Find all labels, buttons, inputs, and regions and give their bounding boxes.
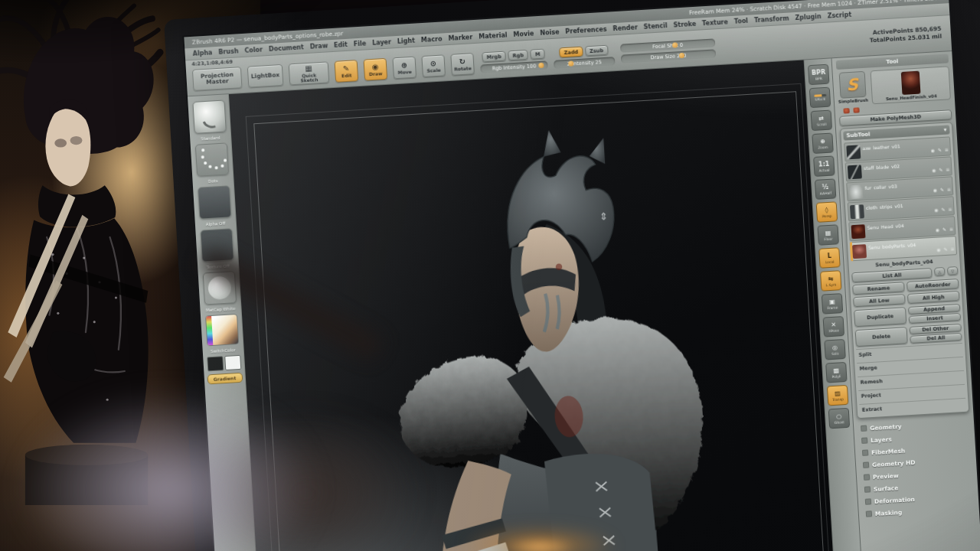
scale-mode-button[interactable]: ⊙ Scale	[421, 54, 446, 77]
all-low-button[interactable]: All Low	[853, 294, 906, 307]
zadd-button[interactable]: Zadd	[559, 47, 583, 58]
frame-button[interactable]: ▣ Frame	[822, 293, 843, 315]
tool-marker-icon[interactable]	[843, 108, 849, 113]
delete-button[interactable]: Delete	[855, 327, 908, 347]
floor-grid-button[interactable]: ▦ Floor	[817, 224, 838, 246]
menu-marker[interactable]: Marker	[448, 34, 472, 42]
menu-draw[interactable]: Draw	[310, 42, 328, 50]
simple-brush-thumbnail[interactable]: S	[838, 71, 866, 99]
menu-file[interactable]: File	[354, 40, 367, 47]
current-stroke-thumbnail[interactable]	[194, 142, 228, 176]
rotate-mode-button[interactable]: ↻ Rotate	[450, 53, 475, 76]
layers-icon[interactable]: ≡	[949, 227, 953, 231]
del-all-button[interactable]: Del All	[910, 333, 962, 344]
polypaint-brush-icon[interactable]: ✎	[941, 207, 945, 211]
layers-icon[interactable]: ≡	[946, 167, 949, 171]
polypaint-brush-icon[interactable]: ✎	[938, 148, 942, 152]
visibility-eye-icon[interactable]: ◉	[930, 148, 935, 152]
menu-stencil[interactable]: Stencil	[643, 22, 667, 31]
color-picker[interactable]	[205, 314, 239, 346]
subtool-up-button[interactable]: △	[934, 267, 946, 276]
menu-movie[interactable]: Movie	[513, 30, 534, 38]
lsym-button[interactable]: ⇆ L.Sym	[820, 270, 841, 292]
menu-document[interactable]: Document	[269, 44, 304, 53]
rename-button[interactable]: Rename	[852, 282, 905, 295]
current-tool-slot[interactable]: Senu_HeadFinish_v04	[871, 66, 951, 104]
palette-icon	[864, 486, 871, 492]
menu-noise[interactable]: Noise	[540, 28, 560, 36]
collapsed-palette-list: Geometry Layers FiberMesh Geometry HD Pr…	[858, 416, 975, 520]
menu-layer[interactable]: Layer	[372, 38, 391, 46]
current-brush-thumbnail[interactable]	[192, 100, 226, 134]
all-high-button[interactable]: All High	[907, 291, 960, 304]
menu-zscript[interactable]: Zscript	[827, 11, 851, 20]
aahalf-button[interactable]: ½ AAHalf	[815, 178, 836, 200]
local-symmetry-button[interactable]: L Local	[818, 247, 840, 269]
subtool-thumbnail	[850, 204, 864, 219]
visibility-eye-icon[interactable]: ◉	[936, 227, 940, 232]
polyframe-button[interactable]: ▩ PolyF	[825, 362, 847, 383]
menu-texture[interactable]: Texture	[702, 18, 728, 27]
projection-master-button[interactable]: Projection Master	[192, 67, 243, 91]
autoreorder-button[interactable]: AutoReorder	[906, 279, 959, 292]
solo-button[interactable]: ◎ Solo	[824, 339, 845, 360]
zoom-button[interactable]: ⊕ Zoom	[812, 132, 833, 154]
bpr-render-button[interactable]: BPR BPR	[808, 64, 829, 86]
hue-strip[interactable]	[206, 316, 213, 345]
polypaint-brush-icon[interactable]: ✎	[940, 187, 944, 191]
actual-size-button[interactable]: 1:1 Actual	[813, 155, 835, 177]
rs-label: Actual	[818, 168, 829, 172]
menu-render[interactable]: Render	[612, 24, 638, 32]
visibility-eye-icon[interactable]: ◉	[933, 187, 937, 192]
move-mode-button[interactable]: ⊕ Move	[392, 57, 416, 80]
menu-macro[interactable]: Macro	[421, 35, 443, 44]
ghost-button[interactable]: ○ Ghost	[828, 408, 850, 429]
draw-mode-button[interactable]: ◉ Draw	[364, 58, 388, 81]
visibility-eye-icon[interactable]: ◉	[932, 168, 936, 172]
visibility-eye-icon[interactable]: ◉	[934, 207, 939, 212]
mrgb-button[interactable]: Mrgb	[482, 51, 506, 63]
local-icon: L	[827, 252, 831, 259]
rgb-intensity-slider[interactable]: Rgb Intensity 100	[480, 60, 547, 73]
duplicate-button[interactable]: Duplicate	[854, 307, 906, 327]
insert-button[interactable]: Insert	[909, 313, 961, 324]
menu-stroke[interactable]: Stroke	[673, 21, 696, 29]
layers-icon[interactable]: ≡	[945, 147, 949, 152]
menu-color[interactable]: Color	[244, 46, 263, 54]
palette-label: Geometry	[870, 422, 902, 431]
perspective-button[interactable]: ◊ Persp	[816, 201, 838, 223]
spix-slider[interactable]: SPix:0	[809, 87, 831, 109]
z-intensity-slider[interactable]: Z Intensity 25	[554, 57, 616, 69]
menu-edit[interactable]: Edit	[334, 41, 348, 49]
current-alpha-thumbnail[interactable]	[198, 185, 231, 219]
transparency-button[interactable]: ▨ Transp	[827, 385, 848, 406]
menu-transform[interactable]: Transform	[754, 15, 789, 24]
zsub-button[interactable]: Zsub	[585, 45, 609, 57]
scroll-button[interactable]: ⇄ Scroll	[811, 110, 832, 132]
menu-tool[interactable]: Tool	[734, 18, 749, 25]
xpose-button[interactable]: ✕ XPose	[823, 316, 844, 337]
menu-alpha[interactable]: Alpha	[192, 49, 212, 57]
layers-icon[interactable]: ≡	[947, 187, 951, 191]
layers-icon[interactable]: ≡	[950, 246, 954, 251]
m-button[interactable]: M	[531, 49, 545, 60]
menu-preferences[interactable]: Preferences	[565, 26, 607, 35]
visibility-eye-icon[interactable]: ◉	[936, 247, 941, 252]
polypaint-brush-icon[interactable]: ✎	[943, 246, 947, 251]
slider-knob[interactable]	[538, 63, 544, 68]
rgb-button[interactable]: Rgb	[508, 50, 528, 61]
lightbox-button[interactable]: LightBox	[247, 64, 284, 88]
rs-label: L.Sym	[825, 282, 836, 287]
menu-zplugin[interactable]: Zplugin	[795, 13, 822, 21]
subtool-down-button[interactable]: ▽	[947, 266, 959, 276]
polypaint-brush-icon[interactable]: ✎	[939, 168, 942, 172]
menu-material[interactable]: Material	[479, 31, 508, 40]
quick-sketch-button[interactable]: ▦ Quick Sketch	[289, 61, 330, 85]
slider-knob[interactable]	[678, 53, 684, 58]
edit-mode-button[interactable]: ✎ Edit	[335, 60, 359, 83]
polypaint-brush-icon[interactable]: ✎	[942, 227, 946, 231]
menu-light[interactable]: Light	[397, 37, 416, 45]
menu-brush[interactable]: Brush	[218, 47, 239, 56]
tool-marker-icon[interactable]	[853, 107, 859, 112]
layers-icon[interactable]: ≡	[948, 207, 952, 211]
